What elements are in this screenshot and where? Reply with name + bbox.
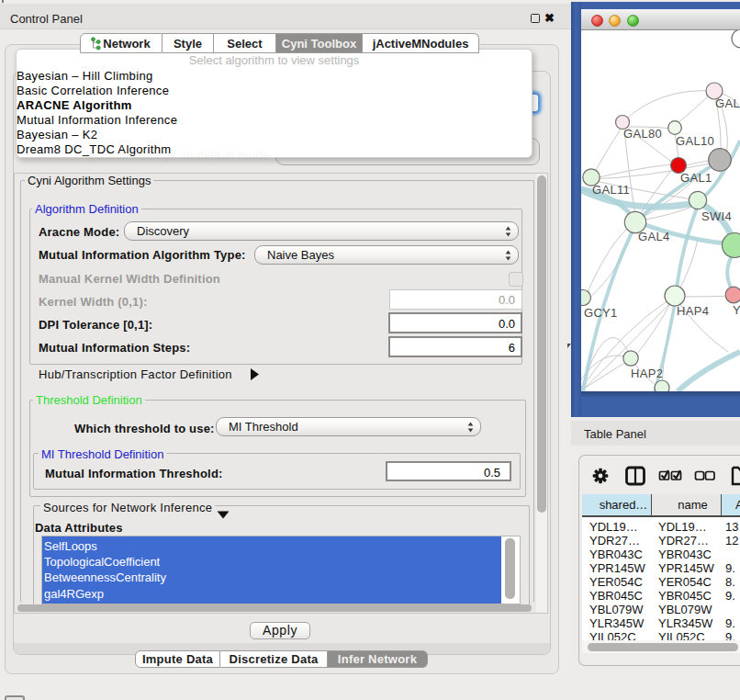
svg-text:GAL1: GAL1 [680,171,712,185]
svg-text:Y: Y [733,303,740,317]
svg-text:GAL80: GAL80 [623,127,662,141]
svg-text:GAL4: GAL4 [638,230,669,243]
svg-text:GCY1: GCY1 [584,306,618,320]
svg-text:GAL11: GAL11 [592,183,630,197]
svg-text:HAP2: HAP2 [631,367,663,380]
svg-text:HAP4: HAP4 [677,304,709,318]
svg-text:SWI4: SWI4 [701,209,732,223]
svg-text:GAL10: GAL10 [676,134,714,148]
svg-text:GAL: GAL [715,96,740,110]
